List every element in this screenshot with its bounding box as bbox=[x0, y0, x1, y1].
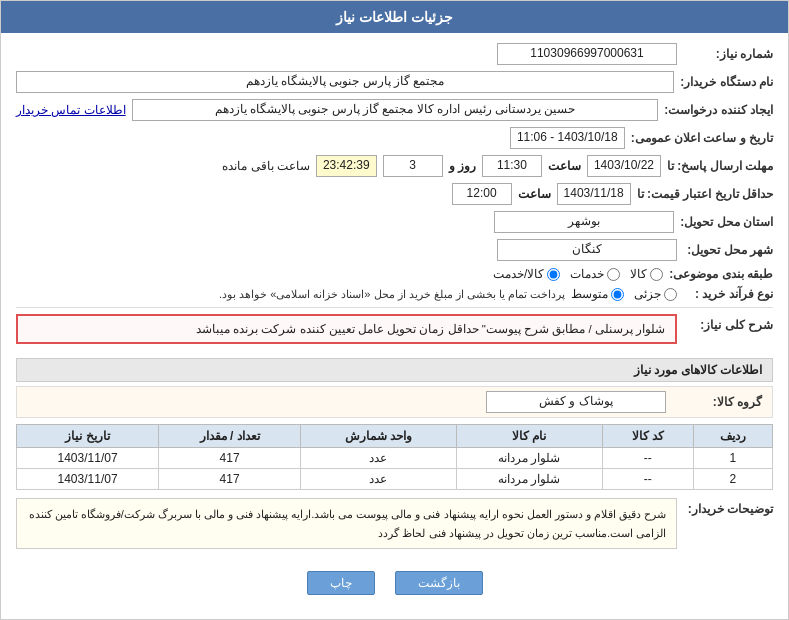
tawzihat-label: توضیحات خریدار: bbox=[683, 502, 773, 516]
radio-kala-khadamat-text: کالا/خدمت bbox=[493, 267, 544, 281]
mohlat-rooz: 3 bbox=[383, 155, 443, 177]
col-unit: واحد شمارش bbox=[301, 425, 456, 448]
radio-motevaset-label[interactable]: متوسط bbox=[571, 287, 624, 301]
shahr-label: شهر محل تحویل: bbox=[683, 243, 773, 257]
tawzihat-box: شرح دقیق اقلام و دستور العمل نحوه ارایه … bbox=[16, 498, 677, 549]
col-date: تاریخ نیاز bbox=[17, 425, 159, 448]
rooz-label: روز و bbox=[449, 159, 476, 173]
cell-1-1: -- bbox=[602, 469, 693, 490]
cell-1-3: عدد bbox=[301, 469, 456, 490]
cell-0-5: 1403/11/07 bbox=[17, 448, 159, 469]
col-qty: تعداد / مقدار bbox=[159, 425, 301, 448]
main-container: جزئیات اطلاعات نیاز شماره نیاز: 11030966… bbox=[0, 0, 789, 620]
goroh-kala-label: گروه کالا: bbox=[672, 395, 762, 409]
tabagheh-row: طبقه بندی موضوعی: کالا خدمات کالا/خدمت bbox=[16, 267, 773, 281]
radio-kala-text: کالا bbox=[630, 267, 647, 281]
header-title: جزئیات اطلاعات نیاز bbox=[336, 9, 453, 25]
hadaghal-label: حداقل تاریخ اعتبار قیمت: تا bbox=[637, 187, 773, 201]
shomare-niaz-row: شماره نیاز: 11030966997000631 bbox=[16, 43, 773, 65]
shahr-row: شهر محل تحویل: کنگان bbox=[16, 239, 773, 261]
saat-label: ساعت bbox=[548, 159, 581, 173]
cell-0-4: 417 bbox=[159, 448, 301, 469]
mohlat-baghimande: 23:42:39 bbox=[316, 155, 377, 177]
ijad-konande-label: ایجاد کننده درخواست: bbox=[664, 103, 773, 117]
tarikh-row: تاریخ و ساعت اعلان عمومی: 1403/10/18 - 1… bbox=[16, 127, 773, 149]
tawzihat-row: توضیحات خریدار: شرح دقیق اقلام و دستور ا… bbox=[16, 498, 773, 557]
sharh-koli-row: شرح کلی نیاز: شلوار پرسنلی / مطابق شرح پ… bbox=[16, 314, 773, 350]
radio-kala-khadamat-label[interactable]: کالا/خدمت bbox=[493, 267, 560, 281]
cell-1-2: شلوار مردانه bbox=[456, 469, 602, 490]
radio-khadamat[interactable] bbox=[607, 268, 620, 281]
main-content: شماره نیاز: 11030966997000631 نام دستگاه… bbox=[1, 33, 788, 613]
saat-label2: ساعت bbox=[518, 187, 551, 201]
ijad-konande-value: حسین یردستانی رئیس اداره کالا مجتمع گاز … bbox=[132, 99, 659, 121]
nooe-farand-note: پرداخت تمام یا بخشی از مبلغ خرید از محل … bbox=[219, 288, 565, 301]
tawzihat-value: شرح دقیق اقلام و دستور العمل نحوه ارایه … bbox=[29, 508, 666, 539]
goroh-kala-row: گروه کالا: پوشاک و کفش bbox=[16, 386, 773, 418]
cell-0-2: شلوار مردانه bbox=[456, 448, 602, 469]
bazgasht-button[interactable]: بازگشت bbox=[395, 571, 483, 595]
name-dastgah-label: نام دستگاه خریدار: bbox=[680, 75, 773, 89]
goroh-kala-value: پوشاک و کفش bbox=[486, 391, 666, 413]
mohlat-label: مهلت ارسال پاسخ: تا bbox=[667, 159, 773, 173]
radio-jozee-text: جزئی bbox=[634, 287, 661, 301]
cell-1-5: 1403/11/07 bbox=[17, 469, 159, 490]
mohlat-baghimande-label: ساعت باقی مانده bbox=[222, 159, 310, 173]
sharh-koli-label: شرح کلی نیاز: bbox=[683, 318, 773, 332]
kala-table: ردیف کد کالا نام کالا واحد شمارش تعداد /… bbox=[16, 424, 773, 490]
tarikh-value: 1403/10/18 - 11:06 bbox=[510, 127, 625, 149]
nooe-farand-row: نوع فرآند خرید : جزئی متوسط پرداخت تمام … bbox=[16, 287, 773, 301]
mohlat-row: مهلت ارسال پاسخ: تا 1403/10/22 ساعت 11:3… bbox=[16, 155, 773, 177]
tabagheh-label: طبقه بندی موضوعی: bbox=[669, 267, 773, 281]
chap-button[interactable]: چاپ bbox=[307, 571, 375, 595]
hadaghal-date: 1403/11/18 bbox=[557, 183, 631, 205]
shomare-niaz-value: 11030966997000631 bbox=[497, 43, 677, 65]
mohlat-saat: 11:30 bbox=[482, 155, 542, 177]
name-dastgah-value: مجتمع گاز پارس جنوبی پالایشگاه یازدهم bbox=[16, 71, 674, 93]
radio-motevaset-text: متوسط bbox=[571, 287, 608, 301]
name-dastgah-row: نام دستگاه خریدار: مجتمع گاز پارس جنوبی … bbox=[16, 71, 773, 93]
nooe-farand-radio-group: جزئی متوسط bbox=[571, 287, 677, 301]
cell-1-0: 2 bbox=[693, 469, 772, 490]
hadaghal-row: حداقل تاریخ اعتبار قیمت: تا 1403/11/18 س… bbox=[16, 183, 773, 205]
tarikh-label: تاریخ و ساعت اعلان عمومی: bbox=[631, 131, 773, 145]
sharh-koli-box: شلوار پرسنلی / مطابق شرح پیوست" حداقل زم… bbox=[16, 314, 677, 344]
radio-jozee-label[interactable]: جزئی bbox=[634, 287, 677, 301]
table-row: 2--شلوار مردانهعدد4171403/11/07 bbox=[17, 469, 773, 490]
section-kala-title: اطلاعات کالاهای مورد نیاز bbox=[16, 358, 773, 382]
nooe-farand-label: نوع فرآند خرید : bbox=[683, 287, 773, 301]
radio-kala-label[interactable]: کالا bbox=[630, 267, 663, 281]
mohlat-date: 1403/10/22 bbox=[587, 155, 661, 177]
shahr-value: کنگان bbox=[497, 239, 677, 261]
ittela-tamas-link[interactable]: اطلاعات تماس خریدار bbox=[16, 103, 126, 117]
shomare-niaz-label: شماره نیاز: bbox=[683, 47, 773, 61]
radio-jozee[interactable] bbox=[664, 288, 677, 301]
radio-kala-khadamat[interactable] bbox=[547, 268, 560, 281]
page-header: جزئیات اطلاعات نیاز bbox=[1, 1, 788, 33]
ostan-label: استان محل تحویل: bbox=[680, 215, 773, 229]
table-row: 1--شلوار مردانهعدد4171403/11/07 bbox=[17, 448, 773, 469]
radio-kala[interactable] bbox=[650, 268, 663, 281]
divider1 bbox=[16, 307, 773, 308]
cell-0-1: -- bbox=[602, 448, 693, 469]
cell-0-3: عدد bbox=[301, 448, 456, 469]
cell-1-4: 417 bbox=[159, 469, 301, 490]
table-header-row: ردیف کد کالا نام کالا واحد شمارش تعداد /… bbox=[17, 425, 773, 448]
ostan-row: استان محل تحویل: بوشهر bbox=[16, 211, 773, 233]
hadaghal-saat: 12:00 bbox=[452, 183, 512, 205]
tabagheh-radio-group: کالا خدمات کالا/خدمت bbox=[493, 267, 663, 281]
col-radif: ردیف bbox=[693, 425, 772, 448]
ostan-value: بوشهر bbox=[494, 211, 674, 233]
col-name: نام کالا bbox=[456, 425, 602, 448]
footer-buttons: بازگشت چاپ bbox=[16, 563, 773, 603]
radio-motevaset[interactable] bbox=[611, 288, 624, 301]
cell-0-0: 1 bbox=[693, 448, 772, 469]
sharh-koli-value: شلوار پرسنلی / مطابق شرح پیوست" حداقل زم… bbox=[196, 323, 665, 335]
radio-khadamat-text: خدمات bbox=[570, 267, 604, 281]
radio-khadamat-label[interactable]: خدمات bbox=[570, 267, 620, 281]
col-kod: کد کالا bbox=[602, 425, 693, 448]
ijad-konande-row: ایجاد کننده درخواست: حسین یردستانی رئیس … bbox=[16, 99, 773, 121]
